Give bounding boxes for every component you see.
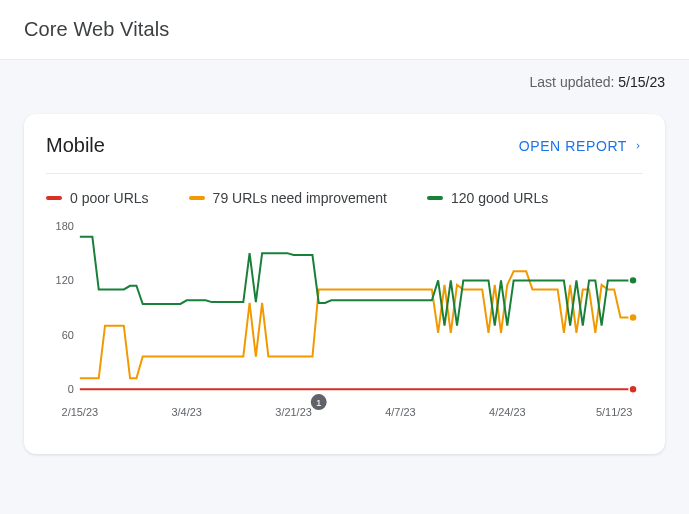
legend-poor-label: 0 poor URLs [70,190,149,206]
page-header: Core Web Vitals [0,0,689,60]
chevron-right-icon [633,141,643,151]
svg-point-12 [629,314,637,322]
svg-text:5/11/23: 5/11/23 [596,406,633,418]
legend-poor: 0 poor URLs [46,190,149,206]
card-title: Mobile [46,134,105,157]
legend-good-label: 120 good URLs [451,190,548,206]
legend-improvement: 79 URLs need improvement [189,190,387,206]
open-report-label: OPEN REPORT [519,138,627,154]
page-title: Core Web Vitals [24,18,169,41]
last-updated-label: Last updated: [530,74,619,90]
mobile-card: Mobile OPEN REPORT 0 poor URLs 79 URLs n… [24,114,665,454]
chart-legend: 0 poor URLs 79 URLs need improvement 120… [24,174,665,216]
svg-text:3/4/23: 3/4/23 [171,406,201,418]
svg-text:0: 0 [68,383,74,395]
chart-area: 0601201802/15/233/4/233/21/234/7/234/24/… [24,216,665,454]
improvement-swatch-icon [189,196,205,200]
svg-text:1: 1 [316,397,322,408]
svg-text:120: 120 [56,274,74,286]
svg-text:3/21/23: 3/21/23 [275,406,312,418]
last-updated-row: Last updated: 5/15/23 [0,60,689,90]
last-updated-date: 5/15/23 [618,74,665,90]
legend-good: 120 good URLs [427,190,548,206]
svg-point-11 [629,385,637,393]
line-chart: 0601201802/15/233/4/233/21/234/7/234/24/… [46,220,643,434]
open-report-link[interactable]: OPEN REPORT [519,138,643,154]
svg-text:180: 180 [56,220,74,232]
good-swatch-icon [427,196,443,200]
svg-text:4/7/23: 4/7/23 [385,406,415,418]
legend-improvement-label: 79 URLs need improvement [213,190,387,206]
svg-text:2/15/23: 2/15/23 [62,406,98,418]
svg-point-13 [629,276,637,284]
svg-text:60: 60 [62,329,74,341]
svg-text:4/24/23: 4/24/23 [489,406,526,418]
card-header: Mobile OPEN REPORT [24,114,665,173]
poor-swatch-icon [46,196,62,200]
